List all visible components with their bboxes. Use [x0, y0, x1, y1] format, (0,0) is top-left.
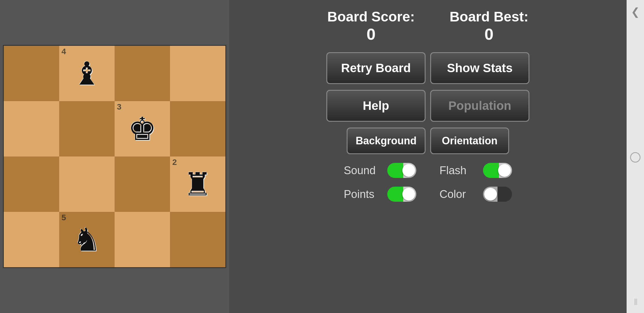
board-best-value: 0	[450, 25, 529, 43]
cell-r0-c2[interactable]	[115, 46, 170, 101]
board-score-label: Board Score:	[327, 9, 415, 25]
sound-toggle[interactable]	[387, 163, 416, 178]
points-toggle[interactable]	[387, 187, 416, 202]
board-area: 4♝3♚2♜5♞	[0, 0, 229, 313]
side-nav: ❮ ⦀	[627, 0, 644, 313]
cell-r1-c3[interactable]	[170, 101, 225, 156]
cell-r2-c0[interactable]	[4, 156, 59, 212]
cell-r0-c1[interactable]: 4♝	[59, 46, 115, 101]
recent-apps-icon[interactable]: ⦀	[634, 296, 637, 307]
tertiary-buttons-row: Background Orientation	[347, 128, 509, 154]
back-chevron-icon[interactable]: ❮	[631, 6, 640, 18]
primary-buttons-row: Retry Board Show Stats	[326, 52, 529, 84]
sound-toggle-knob	[402, 164, 415, 177]
flash-toggle-knob	[498, 164, 511, 177]
king-piece: ♚	[128, 113, 157, 145]
color-toggle-row: Color	[439, 187, 512, 202]
retry-board-button[interactable]: Retry Board	[326, 52, 426, 84]
knight-piece: ♞	[73, 224, 101, 256]
cell-r2-c1[interactable]	[59, 156, 115, 212]
board-score-block: Board Score: 0	[327, 9, 415, 43]
board-score-value: 0	[327, 25, 415, 43]
color-toggle-knob	[484, 188, 497, 201]
chess-board[interactable]: 4♝3♚2♜5♞	[3, 45, 226, 268]
sound-label: Sound	[344, 164, 381, 177]
cell-number: 3	[117, 102, 122, 112]
cell-number: 5	[61, 213, 66, 222]
flash-toggle[interactable]	[483, 163, 512, 178]
cell-r1-c0[interactable]	[4, 101, 59, 156]
cell-r1-c1[interactable]	[59, 101, 115, 156]
cell-r2-c3[interactable]: 2♜	[170, 156, 225, 212]
cell-number: 2	[172, 158, 177, 167]
toggles-area: Sound Flash Points Color	[344, 163, 512, 202]
secondary-buttons-row: Help Population	[326, 90, 529, 122]
cell-number: 4	[61, 47, 66, 56]
cell-r3-c0[interactable]	[4, 212, 59, 267]
cell-r3-c2[interactable]	[115, 212, 170, 267]
flash-label: Flash	[439, 164, 477, 177]
home-circle-icon[interactable]	[630, 152, 641, 163]
cell-r3-c1[interactable]: 5♞	[59, 212, 115, 267]
cell-r3-c3[interactable]	[170, 212, 225, 267]
cell-r1-c2[interactable]: 3♚	[115, 101, 170, 156]
right-panel: Board Score: 0 Board Best: 0 Retry Board…	[229, 0, 627, 313]
color-toggle[interactable]	[483, 187, 512, 202]
cell-r0-c3[interactable]	[170, 46, 225, 101]
show-stats-button[interactable]: Show Stats	[430, 52, 529, 84]
board-best-block: Board Best: 0	[450, 9, 529, 43]
color-label: Color	[439, 188, 477, 201]
points-label: Points	[344, 188, 381, 201]
points-toggle-knob	[402, 188, 415, 201]
sound-toggle-row: Sound	[344, 163, 416, 178]
cell-r2-c2[interactable]	[115, 156, 170, 212]
scores-row: Board Score: 0 Board Best: 0	[327, 9, 528, 43]
bishop-piece: ♝	[73, 58, 101, 90]
background-button[interactable]: Background	[347, 128, 426, 154]
points-toggle-row: Points	[344, 187, 416, 202]
cell-r0-c0[interactable]	[4, 46, 59, 101]
board-best-label: Board Best:	[450, 9, 529, 25]
orientation-button[interactable]: Orientation	[430, 128, 509, 154]
population-button[interactable]: Population	[430, 90, 529, 122]
flash-toggle-row: Flash	[439, 163, 512, 178]
rook-piece: ♜	[183, 168, 212, 200]
help-button[interactable]: Help	[326, 90, 426, 122]
